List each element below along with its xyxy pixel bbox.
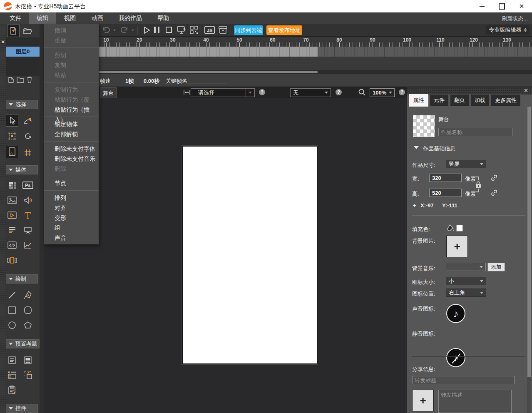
sync-to-cloud-button[interactable]: 同步到云端 (234, 25, 263, 35)
rectangle-tool[interactable] (6, 304, 18, 316)
width-input[interactable] (429, 174, 462, 182)
tab-loading[interactable]: 加载 (470, 94, 490, 107)
section-select[interactable]: 选择 (6, 100, 38, 109)
menu-item-copy[interactable]: 复制 (44, 60, 99, 70)
open-folder-button[interactable] (21, 25, 34, 37)
menu-item-paste-behavior-overwrite[interactable]: 粘贴行为（覆盖） (44, 95, 99, 104)
menu-item-redo[interactable]: 重做 (44, 35, 99, 45)
sprite-tool[interactable] (6, 179, 18, 192)
menu-item-sound[interactable]: 声音 (44, 233, 99, 243)
cursor-tool[interactable] (6, 114, 18, 127)
tab-more-properties[interactable]: 更多属性 (491, 94, 521, 107)
undo-dropdown-caret[interactable] (113, 30, 116, 32)
trash-icon[interactable] (27, 77, 32, 83)
view-publish-url-button[interactable]: 查看发布地址 (266, 25, 302, 35)
rotate-tool[interactable] (22, 130, 34, 142)
text-tool[interactable] (22, 209, 34, 221)
menu-item-delete-unpaid-music[interactable]: 删除未支付音乐 (44, 154, 99, 164)
refresh-status[interactable]: 刷新状态... (502, 15, 528, 22)
video-tool[interactable] (6, 209, 18, 221)
mute-icon-preview[interactable]: ♪ (446, 348, 465, 367)
menu-my-works[interactable]: 我的作品 (111, 12, 149, 24)
size-preset-select[interactable]: 竖屏 (446, 160, 486, 168)
stage-thumbnail[interactable] (413, 115, 435, 137)
section-preset-questions[interactable]: 预置考题 (6, 339, 40, 348)
expand-position-icon[interactable]: + (413, 202, 416, 209)
panel-scrollbar-thumb[interactable] (527, 107, 531, 377)
new-page-icon[interactable] (7, 77, 14, 83)
work-name-input[interactable] (438, 128, 512, 136)
pause-button[interactable] (154, 27, 159, 33)
tab-properties[interactable]: 属性 (409, 94, 428, 107)
dock-close-icon[interactable]: ✕ (1, 39, 5, 45)
line-tool[interactable] (6, 289, 18, 301)
menu-item-cut[interactable]: 剪切 (44, 50, 99, 60)
paint-bucket-icon[interactable] (446, 224, 455, 232)
height-link-icon[interactable] (490, 189, 498, 197)
bg-music-select[interactable] (446, 263, 486, 271)
help-icon[interactable]: ? (336, 89, 342, 95)
bg-music-add-button[interactable]: 添加 (487, 263, 505, 271)
menu-item-paste[interactable]: 粘贴 (44, 70, 99, 80)
menu-animation[interactable]: 动画 (84, 12, 111, 24)
page-favorite-tool[interactable]: ☆ (6, 146, 18, 158)
guides-grid-tool[interactable] (22, 147, 34, 159)
maximize-button[interactable] (495, 0, 509, 12)
chart-tool[interactable] (22, 239, 34, 251)
tab-page-flip[interactable]: 翻页 (450, 94, 469, 107)
stop-button[interactable] (166, 27, 172, 33)
new-document-button[interactable] (7, 25, 20, 37)
scene-select[interactable]: – 请选择 – (191, 88, 255, 97)
archive-button[interactable] (218, 25, 228, 35)
panel-grip[interactable] (407, 87, 532, 95)
rounded-rectangle-tool[interactable] (22, 304, 34, 316)
path-edit-tool[interactable] (22, 115, 34, 127)
sound-icon-preview[interactable]: ♪ (446, 304, 465, 323)
zoom-level-select[interactable]: 100% (370, 88, 395, 97)
image-tool[interactable] (6, 194, 18, 206)
js-editor-button[interactable]: JS (204, 26, 215, 34)
bg-image-add-button[interactable]: + (446, 236, 468, 257)
menu-item-paste-behavior-insert[interactable]: 粘贴行为（插入） (44, 104, 99, 114)
timeline-hscrollbar-thumb[interactable] (99, 71, 318, 73)
ellipse-tool[interactable] (6, 319, 18, 331)
icon-size-select[interactable]: 小 (446, 277, 486, 285)
menu-item-delete-unpaid-fonts[interactable]: 删除未支付字体 (44, 144, 99, 154)
help-icon[interactable]: ? (399, 89, 405, 95)
qrcode-button[interactable] (190, 26, 198, 34)
collapse-triangle-icon[interactable] (414, 146, 419, 152)
undo-button[interactable] (102, 26, 111, 34)
panel-close-icon[interactable]: ✕ (524, 87, 528, 94)
menu-item-transform[interactable]: 变形 (44, 213, 99, 223)
editor-mode-select[interactable]: 专业版编辑器 (486, 25, 530, 35)
menu-edit[interactable]: 编辑 (29, 12, 56, 24)
effect-select[interactable]: 无 (290, 88, 331, 97)
keyframe-name-input[interactable] (187, 84, 227, 84)
menu-item-group[interactable]: 组 (44, 223, 99, 233)
stage-tab[interactable]: 舞台 (100, 87, 117, 98)
polygon-tool[interactable] (22, 319, 34, 331)
preview-button[interactable] (177, 25, 187, 35)
width-link-icon[interactable] (490, 174, 498, 182)
code-tool[interactable] (6, 239, 18, 251)
redo-dropdown-caret[interactable] (132, 30, 134, 32)
carousel-tool[interactable] (6, 254, 18, 266)
menu-item-nodes[interactable]: 节点 (44, 178, 99, 188)
redo-button[interactable] (120, 26, 129, 34)
fill-blank-question-tool[interactable] (6, 369, 18, 381)
dock-grip[interactable] (0, 24, 6, 413)
help-icon[interactable]: ? (259, 89, 265, 95)
play-button[interactable] (142, 25, 152, 35)
lock-ratio-icon[interactable] (475, 181, 482, 189)
pen-tool[interactable] (22, 289, 34, 301)
share-title-input[interactable] (412, 376, 515, 384)
paragraph-tool[interactable] (6, 224, 18, 236)
height-input[interactable] (429, 189, 462, 197)
presentation-tool[interactable] (22, 224, 34, 236)
marquee-select-tool[interactable] (6, 130, 18, 142)
close-button[interactable]: ✕ (515, 0, 529, 12)
new-folder-icon[interactable] (17, 77, 24, 83)
timeline-frames-empty[interactable] (318, 47, 532, 57)
survey-question-tool[interactable] (6, 384, 18, 396)
menu-file[interactable]: 文件 (2, 12, 29, 24)
